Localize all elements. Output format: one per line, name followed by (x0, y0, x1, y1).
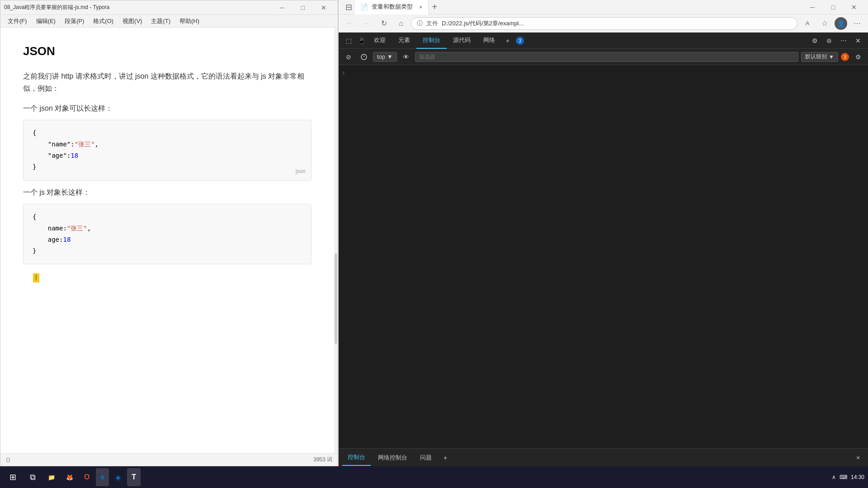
console-prompt-icon[interactable]: › (342, 69, 344, 76)
devtools-settings-btn[interactable]: ⚙ (808, 34, 821, 47)
code-line-2: "name":"张三", (33, 139, 302, 150)
console-settings-btn[interactable]: ⚙ (852, 51, 864, 63)
typora-title: 08_Java程序员要掌握的前端-js.md - Typora (4, 4, 272, 11)
taskbar-edge[interactable]: e (96, 468, 109, 486)
top-context-dropdown[interactable]: top ▼ (373, 52, 397, 62)
js-line-1: { (33, 211, 302, 223)
menu-paragraph[interactable]: 段落(P) (61, 16, 88, 26)
devtools-close-btn[interactable]: ✕ (852, 34, 864, 47)
active-tab[interactable]: 📄 变量和数据类型 × (355, 0, 429, 14)
editor-area[interactable]: JSON 之前我们讲 http 请求格式时，讲过 json 这种数据格式，它的语… (0, 28, 334, 453)
preserve-log-btn[interactable] (358, 51, 370, 63)
devtools-console-content: › (339, 65, 868, 448)
new-tab-button[interactable]: + (429, 2, 441, 12)
edge-icon: e (100, 473, 104, 481)
menu-file[interactable]: 文件(F) (4, 16, 31, 26)
status-bar: ⟨⟩ 3953 词 (0, 453, 338, 466)
devtools-inspect-btn[interactable]: ⬚ (342, 34, 355, 47)
editor-scrollbar[interactable] (334, 28, 338, 453)
level-arrow: ▼ (829, 54, 834, 60)
eye-btn[interactable]: 👁 (400, 51, 412, 63)
filter-input[interactable] (415, 52, 798, 62)
tab-network[interactable]: 网络 (477, 33, 501, 49)
scrollbar-thumb[interactable] (335, 253, 337, 344)
favorites-btn[interactable]: ☆ (817, 16, 832, 31)
tab-console[interactable]: 控制台 (416, 33, 447, 49)
refresh-button[interactable]: ↻ (377, 16, 391, 31)
tab-source[interactable]: 源代码 (447, 33, 477, 49)
tab-elements[interactable]: 元素 (392, 33, 416, 49)
taskbar-firefox[interactable]: 🦊 (61, 468, 78, 486)
menu-edit[interactable]: 编辑(E) (33, 16, 59, 26)
cursor-area (23, 273, 311, 286)
menu-view[interactable]: 视图(V) (119, 16, 146, 26)
devtools-more-btn[interactable]: ⋯ (837, 34, 850, 47)
devtools-network-conditions-btn[interactable]: ⊜ (823, 34, 835, 47)
file-manager-icon: 📁 (48, 474, 55, 481)
url-text: D:/2022.js/代码/第2章/exampl... (442, 19, 524, 28)
browser-close-btn[interactable]: ✕ (844, 0, 864, 14)
window-controls: ─ □ ✕ (272, 0, 334, 15)
bottom-tab-console[interactable]: 控制台 (342, 450, 371, 466)
add-panel-btn[interactable]: + (501, 34, 514, 47)
menu-format[interactable]: 格式(O) (90, 16, 117, 26)
add-bottom-panel-btn[interactable]: + (439, 451, 452, 464)
close-button[interactable]: ✕ (313, 0, 334, 15)
typora-titlebar: 08_Java程序员要掌握的前端-js.md - Typora ─ □ ✕ (0, 0, 338, 15)
more-btn[interactable]: ⋯ (850, 16, 864, 31)
browser-window: ⊟ 📄 变量和数据类型 × + ─ □ ✕ ← → ↻ ⌂ ⓘ 文件 (338, 0, 868, 466)
menu-theme[interactable]: 主题(T) (147, 16, 174, 26)
reader-mode-btn[interactable]: A (800, 16, 815, 31)
maximize-button[interactable]: □ (292, 0, 313, 15)
back-button[interactable]: ← (342, 16, 357, 31)
tab-close-btn[interactable]: × (419, 4, 423, 10)
code-line-4: } (33, 161, 302, 173)
clear-console-btn[interactable]: ⊘ (342, 51, 355, 63)
browser-nav-bar: ← → ↻ ⌂ ⓘ 文件 D:/2022.js/代码/第2章/exampl...… (339, 14, 868, 33)
minimize-button[interactable]: ─ (272, 0, 292, 15)
js-line-2: name:"张三", (33, 223, 302, 234)
devtools-device-btn[interactable]: 📱 (355, 34, 368, 47)
json-code-block: { "name":"张三", "age":18 } json (23, 120, 311, 181)
menubar: 文件(F) 编辑(E) 段落(P) 格式(O) 视图(V) 主题(T) 帮助(H… (0, 15, 338, 28)
browser-window-controls: ─ □ ✕ (802, 0, 864, 14)
typora-window: 08_Java程序员要掌握的前端-js.md - Typora ─ □ ✕ 文件… (0, 0, 338, 466)
taskbar-right: ∧ ⌨ 14:30 (832, 474, 864, 480)
menu-help[interactable]: 帮助(H) (176, 16, 203, 26)
level-dropdown[interactable]: 默认级别 ▼ (801, 52, 838, 62)
source-mode-btn[interactable]: ⟨⟩ (6, 457, 10, 463)
tab-welcome[interactable]: 欢迎 (368, 33, 392, 49)
address-bar[interactable]: ⓘ 文件 D:/2022.js/代码/第2章/exampl... (411, 17, 797, 30)
level-label: 默认级别 (805, 53, 827, 61)
file-label: 文件 (426, 19, 438, 28)
taskbar-typora[interactable]: T (127, 468, 141, 486)
taskbar-vscode[interactable]: ◈ (111, 468, 125, 486)
code-line-1: { (33, 127, 302, 139)
console-badge: 3 (516, 37, 524, 45)
devtools-bottom-bar: 控制台 网络控制台 问题 + × (339, 448, 868, 466)
forward-button[interactable]: → (359, 16, 374, 31)
bottom-tab-network-console[interactable]: 网络控制台 (373, 450, 413, 466)
task-view-button[interactable]: ⧉ (24, 468, 42, 486)
subtitle-js: 一个 js 对象长这样： (23, 186, 311, 198)
browser-maximize-btn[interactable]: □ (823, 0, 844, 14)
tab-icon: 📄 (360, 3, 368, 10)
browser-minimize-btn[interactable]: ─ (802, 0, 823, 14)
js-code-block: { name:"张三", age:18 } (23, 204, 311, 265)
word-count: 3953 词 (313, 456, 332, 464)
taskbar: ⊞ ⧉ 📁 🦊 O e ◈ T ∧ ⌨ 14:30 (0, 466, 868, 488)
taskbar-office[interactable]: O (80, 468, 94, 486)
code-line-3: "age":18 (33, 150, 302, 161)
clock: 14:30 (851, 474, 864, 480)
devtools-console-toolbar: ⊘ top ▼ 👁 默认级别 ▼ 3 ⚙ (339, 49, 868, 65)
sidebar-toggle-btn[interactable]: ⊟ (342, 1, 355, 14)
firefox-icon: 🦊 (66, 474, 73, 481)
vscode-icon: ◈ (115, 473, 121, 482)
close-bottom-panel-btn[interactable]: × (852, 451, 864, 464)
profile-btn[interactable]: 👤 (835, 17, 847, 30)
home-button[interactable]: ⌂ (394, 16, 408, 31)
js-line-3: age:18 (33, 234, 302, 245)
taskbar-file-manager[interactable]: 📁 (43, 468, 60, 486)
start-button[interactable]: ⊞ (4, 468, 22, 486)
bottom-tab-issues[interactable]: 问题 (415, 450, 437, 466)
